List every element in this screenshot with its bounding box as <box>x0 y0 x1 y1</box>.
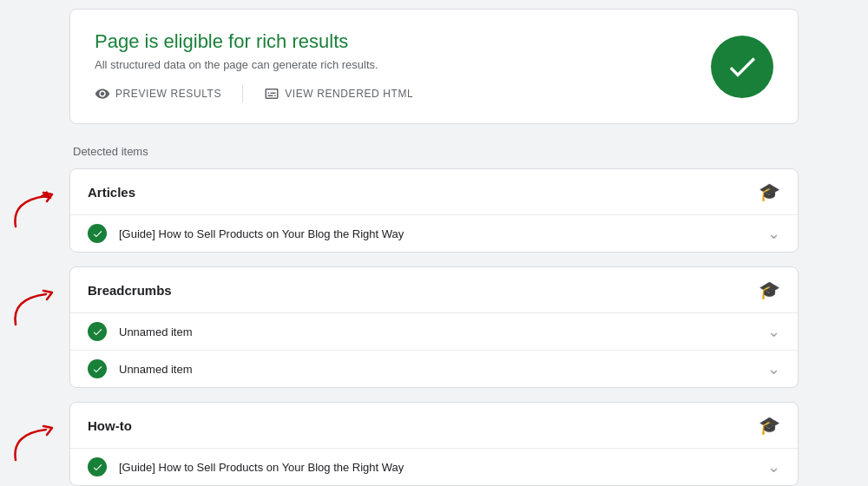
eligibility-card: Page is eligible for rich results All st… <box>69 9 799 124</box>
sections-container: Articles 🎓 [Guide] How to Sell Products … <box>69 168 799 486</box>
howto-item-0-text: [Guide] How to Sell Products on Your Blo… <box>119 461 759 474</box>
articles-title: Articles <box>88 185 135 200</box>
success-check-icon <box>711 36 773 98</box>
breadcrumbs-section-wrapper: Breadcrumbs 🎓 Unnamed item ⌄ Unnamed ite… <box>69 266 799 388</box>
howto-title: How-to <box>88 418 132 433</box>
breadcrumbs-item-1-chevron: ⌄ <box>767 359 780 378</box>
howto-item-0-chevron: ⌄ <box>767 457 780 476</box>
breadcrumbs-item-0-check <box>88 322 107 341</box>
card-actions: PREVIEW RESULTS VIEW RENDERED HTML <box>95 85 413 102</box>
action-divider <box>242 85 243 102</box>
breadcrumbs-mortarboard-icon: 🎓 <box>759 279 780 300</box>
articles-item-0-check <box>88 224 107 243</box>
howto-mortarboard-icon: 🎓 <box>759 415 780 436</box>
breadcrumbs-section: Breadcrumbs 🎓 Unnamed item ⌄ Unnamed ite… <box>69 266 799 388</box>
preview-results-link[interactable]: PREVIEW RESULTS <box>95 86 221 102</box>
articles-item-0[interactable]: [Guide] How to Sell Products on Your Blo… <box>70 214 798 252</box>
red-arrow-breadcrumbs <box>7 277 69 329</box>
eligibility-title: Page is eligible for rich results <box>95 30 413 53</box>
articles-item-0-chevron: ⌄ <box>767 224 780 243</box>
breadcrumbs-item-1[interactable]: Unnamed item ⌄ <box>70 350 798 387</box>
preview-results-label: PREVIEW RESULTS <box>115 88 221 100</box>
articles-section: Articles 🎓 [Guide] How to Sell Products … <box>69 168 799 253</box>
view-html-link[interactable]: VIEW RENDERED HTML <box>264 86 413 102</box>
detected-label: Detected items <box>69 145 799 158</box>
articles-item-0-text: [Guide] How to Sell Products on Your Blo… <box>119 227 759 240</box>
eligibility-info: Page is eligible for rich results All st… <box>95 30 413 102</box>
howto-section-wrapper: How-to 🎓 [Guide] How to Sell Products on… <box>69 402 799 486</box>
articles-mortarboard-icon: 🎓 <box>759 181 780 202</box>
breadcrumbs-item-0-text: Unnamed item <box>119 325 759 338</box>
howto-section: How-to 🎓 [Guide] How to Sell Products on… <box>69 402 799 486</box>
red-arrow-howto <box>7 412 69 464</box>
breadcrumbs-item-1-check <box>88 359 107 378</box>
breadcrumbs-header: Breadcrumbs 🎓 <box>70 267 798 312</box>
articles-section-wrapper: Articles 🎓 [Guide] How to Sell Products … <box>69 168 799 253</box>
articles-header: Articles 🎓 <box>70 169 798 214</box>
howto-header: How-to 🎓 <box>70 403 798 448</box>
howto-item-0[interactable]: [Guide] How to Sell Products on Your Blo… <box>70 448 798 485</box>
eye-icon <box>95 86 110 102</box>
howto-item-0-check <box>88 457 107 476</box>
breadcrumbs-item-1-text: Unnamed item <box>119 363 759 376</box>
breadcrumbs-item-0[interactable]: Unnamed item ⌄ <box>70 312 798 350</box>
breadcrumbs-title: Breadcrumbs <box>88 283 172 298</box>
eligibility-subtitle: All structured data on the page can gene… <box>95 58 413 71</box>
html-icon <box>264 86 279 102</box>
view-html-label: VIEW RENDERED HTML <box>285 88 413 100</box>
red-arrow-articles <box>7 179 69 231</box>
breadcrumbs-item-0-chevron: ⌄ <box>767 322 780 341</box>
